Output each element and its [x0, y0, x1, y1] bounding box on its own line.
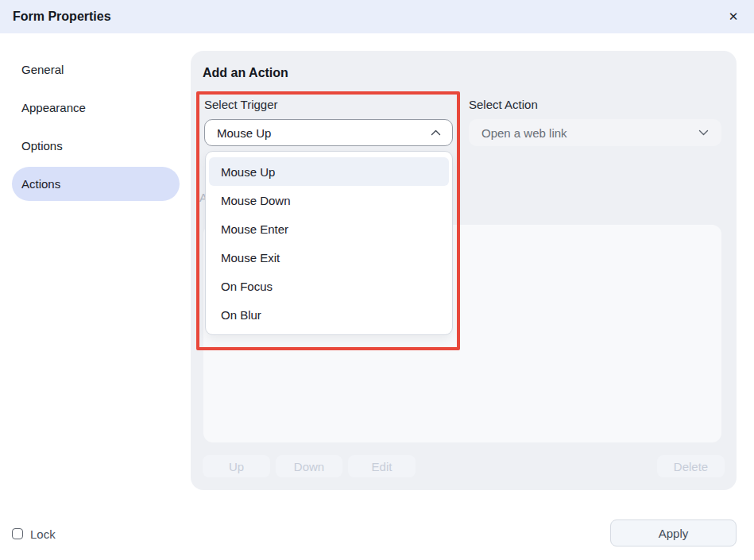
panel-heading: Add an Action — [203, 66, 288, 80]
sidebar-item-appearance[interactable]: Appearance — [21, 101, 86, 114]
up-button[interactable]: Up — [203, 455, 270, 477]
close-icon[interactable]: ✕ — [722, 0, 744, 33]
select-trigger-label: Select Trigger — [204, 98, 278, 111]
trigger-select[interactable]: Mouse Up — [204, 119, 453, 146]
sidebar-item-options[interactable]: Options — [21, 139, 63, 153]
chevron-down-icon — [698, 129, 709, 136]
apply-button[interactable]: Apply — [610, 519, 737, 546]
lock-label: Lock — [30, 527, 56, 541]
edit-button[interactable]: Edit — [348, 455, 416, 477]
dropdown-option-on-blur[interactable]: On Blur — [206, 300, 452, 329]
sidebar-item-actions[interactable]: Actions — [12, 167, 180, 201]
actions-panel: Add an Action Select Trigger Select Acti… — [191, 51, 737, 490]
title-bar: Form Properties — [0, 0, 754, 33]
dropdown-option-mouse-enter[interactable]: Mouse Enter — [206, 214, 452, 243]
down-button[interactable]: Down — [276, 455, 342, 477]
trigger-select-value: Mouse Up — [217, 126, 271, 140]
dropdown-option-mouse-exit[interactable]: Mouse Exit — [206, 243, 452, 272]
action-select[interactable]: Open a web link — [469, 119, 721, 146]
sidebar-item-actions-label: Actions — [21, 177, 60, 191]
dropdown-option-mouse-down[interactable]: Mouse Down — [206, 186, 452, 214]
form-properties-dialog: Form Properties ✕ General Appearance Opt… — [0, 0, 754, 560]
lock-checkbox[interactable] — [12, 528, 23, 539]
dialog-title: Form Properties — [13, 10, 111, 24]
dropdown-option-on-focus[interactable]: On Focus — [206, 272, 452, 300]
trigger-dropdown-list: Mouse Up Mouse Down Mouse Enter Mouse Ex… — [205, 151, 453, 335]
select-action-label: Select Action — [469, 98, 538, 111]
lock-checkbox-row: Lock — [12, 527, 56, 541]
delete-button[interactable]: Delete — [657, 455, 725, 477]
dropdown-option-mouse-up[interactable]: Mouse Up — [209, 157, 449, 186]
action-select-value: Open a web link — [481, 126, 567, 140]
chevron-up-icon — [431, 129, 441, 136]
sidebar-item-general[interactable]: General — [21, 63, 64, 76]
